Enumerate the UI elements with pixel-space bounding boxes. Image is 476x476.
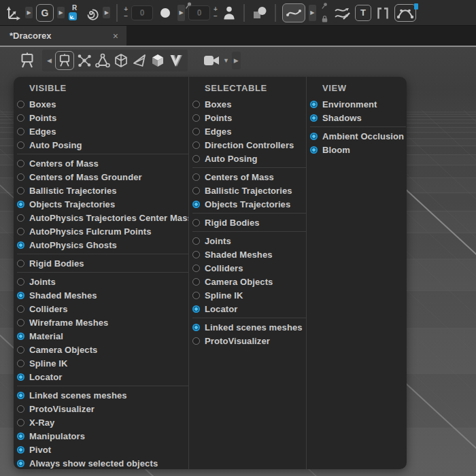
bezier-pen-button[interactable] <box>394 4 416 22</box>
arrow-left-icon[interactable]: ◀ <box>46 57 53 64</box>
radio-off-icon[interactable] <box>17 319 24 326</box>
toggle-item[interactable]: Boxes <box>192 97 306 111</box>
toggle-item[interactable]: Boxes <box>17 97 188 111</box>
radio-off-icon[interactable] <box>192 155 200 163</box>
toggle-item[interactable]: Objects Trajectories <box>192 197 306 211</box>
radio-off-icon[interactable] <box>192 187 200 194</box>
radio-off-icon[interactable] <box>17 214 24 222</box>
toggle-item[interactable]: Spline IK <box>192 288 306 302</box>
toggle-item[interactable]: Locator <box>17 370 188 384</box>
radio-off-icon[interactable] <box>192 173 200 181</box>
scene-tab[interactable]: *Dracorex × <box>0 26 126 46</box>
toggle-item[interactable]: Edges <box>192 124 306 138</box>
minus-icon[interactable]: − <box>124 14 128 18</box>
radio-off-icon[interactable] <box>192 278 200 286</box>
toggle-item[interactable]: AutoPhysics Ghosts <box>17 238 188 252</box>
radio-on-icon[interactable] <box>17 392 24 399</box>
chevron-down-icon[interactable]: ▼ <box>222 57 231 64</box>
radio-off-icon[interactable] <box>17 114 24 122</box>
toggle-item[interactable]: ProtoVisualizer <box>17 402 188 415</box>
radio-off-icon[interactable] <box>17 405 24 413</box>
radio-off-icon[interactable] <box>17 187 24 194</box>
toggle-item[interactable]: Centers of Mass Grounder <box>17 170 188 184</box>
radio-on-icon[interactable] <box>310 101 318 108</box>
interval-value-field[interactable]: 0 <box>131 5 153 20</box>
toggle-item[interactable]: Auto Posing <box>192 152 306 165</box>
toggle-item[interactable]: Manipulators <box>17 429 188 443</box>
radio-on-icon[interactable] <box>310 133 318 140</box>
toggle-item[interactable]: Linked scenes meshes <box>17 388 188 402</box>
radio-on-icon[interactable] <box>310 146 318 154</box>
transform-gizmo-icon[interactable] <box>4 4 22 22</box>
radio-off-icon[interactable] <box>192 128 200 135</box>
curves-edit-icon[interactable] <box>333 5 352 21</box>
plus-icon[interactable]: + <box>214 7 218 12</box>
flyout-arrow-icon[interactable]: ▶ <box>103 7 110 18</box>
radio-off-icon[interactable] <box>192 251 200 258</box>
ghost-spiral-icon[interactable] <box>83 5 99 21</box>
radio-on-icon[interactable] <box>17 333 24 340</box>
toggle-item[interactable]: Wireframe Meshes <box>17 316 188 329</box>
toggle-item[interactable]: Ballistic Trajectories <box>17 184 188 197</box>
toggle-item[interactable]: Locator <box>192 302 306 316</box>
toggle-item[interactable]: Joints <box>192 234 306 248</box>
radio-off-icon[interactable] <box>17 141 24 149</box>
toggle-item[interactable]: Rigid Bodies <box>192 216 306 229</box>
radio-off-icon[interactable] <box>17 101 24 108</box>
radio-off-icon[interactable] <box>192 337 200 345</box>
radio-off-icon[interactable] <box>17 346 24 354</box>
flyout-arrow-icon[interactable]: ▶ <box>177 5 185 21</box>
radio-off-icon[interactable] <box>17 278 24 286</box>
interval-stepper[interactable]: + − <box>124 7 128 18</box>
brackets-icon[interactable] <box>375 5 391 21</box>
radio-off-icon[interactable] <box>192 219 200 226</box>
toggle-item[interactable]: Shaded Meshes <box>192 248 306 261</box>
toggle-item[interactable]: Ambient Occlusion <box>310 129 406 143</box>
toggle-item[interactable]: Edges <box>17 124 188 138</box>
ghost-stepper[interactable]: + − <box>214 7 218 18</box>
triangle-mesh-icon[interactable] <box>95 52 111 69</box>
radio-off-icon[interactable] <box>192 101 200 108</box>
toggle-item[interactable]: Joints <box>17 275 188 288</box>
toggle-item[interactable]: Auto Posing <box>17 138 188 152</box>
toggle-item[interactable]: Linked scenes meshes <box>192 320 306 334</box>
toggle-item[interactable]: Points <box>192 111 306 124</box>
radio-off-icon[interactable] <box>17 173 24 181</box>
toggle-item[interactable]: Direction Controllers <box>192 138 306 152</box>
toggle-item[interactable]: Points <box>17 111 188 124</box>
spline-tool-button[interactable] <box>282 3 305 22</box>
radio-off-icon[interactable] <box>17 260 24 267</box>
camera-icon[interactable] <box>203 53 222 68</box>
solid-cube-icon[interactable] <box>150 52 166 69</box>
toggle-item[interactable]: Camera Objects <box>192 275 306 288</box>
toggle-item[interactable]: Rigid Bodies <box>17 256 188 270</box>
toggle-item[interactable]: Bloom <box>310 143 406 156</box>
global-space-button[interactable]: G <box>36 4 54 22</box>
plane-icon[interactable] <box>131 52 148 69</box>
radio-off-icon[interactable] <box>17 160 24 167</box>
joints-icon[interactable] <box>76 52 92 69</box>
toggle-item[interactable]: Objects Trajectories <box>17 197 188 211</box>
radio-off-icon[interactable] <box>192 141 200 149</box>
toggle-item[interactable]: Environment <box>310 97 406 111</box>
flyout-arrow-icon[interactable]: ▶ <box>57 7 65 18</box>
text-tool-button[interactable]: T <box>355 5 371 21</box>
toggle-item[interactable]: AutoPhysics Fulcrum Points <box>17 224 188 238</box>
radio-off-icon[interactable] <box>17 305 24 313</box>
v-shape-icon[interactable] <box>168 52 184 69</box>
radio-on-icon[interactable] <box>17 460 24 467</box>
radio-on-icon[interactable] <box>310 114 318 122</box>
toggle-item[interactable]: X-Ray <box>17 415 188 429</box>
radio-off-icon[interactable] <box>192 237 200 245</box>
toggle-item[interactable]: Shadows <box>310 111 406 124</box>
toggle-item[interactable]: Centers of Mass <box>17 156 188 170</box>
toggle-item[interactable]: Spline IK <box>17 356 188 370</box>
radio-on-icon[interactable] <box>192 305 200 313</box>
toggle-item[interactable]: Material <box>17 329 188 343</box>
radio-off-icon[interactable] <box>17 128 24 135</box>
toggle-item[interactable]: Camera Objects <box>17 343 188 356</box>
radio-off-icon[interactable] <box>17 360 24 367</box>
radio-on-icon[interactable] <box>17 373 24 381</box>
arrow-right-icon[interactable]: ▶ <box>232 52 241 69</box>
plus-icon[interactable]: + <box>124 7 128 12</box>
